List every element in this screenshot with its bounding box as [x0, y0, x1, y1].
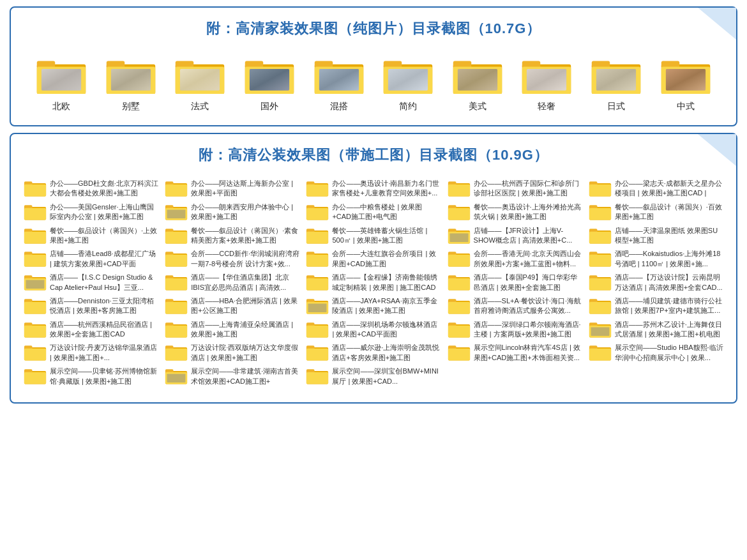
file-folder-icon — [306, 273, 329, 292]
file-text: 餐饮——叙品设计（蒋国兴）·素食精美图方案+效果图+施工图 — [191, 226, 299, 246]
svg-rect-108 — [448, 255, 469, 267]
folder-icon — [382, 56, 434, 97]
file-text: 店铺——【JFR设计】上海V-SHOW概念店 | 高清效果图+C... — [474, 226, 582, 246]
file-item[interactable]: 餐饮——叙品设计（蒋国兴）·上效果图+施工图 — [24, 226, 158, 246]
file-grid: 办公——GBD杜文彪·北京万科滨江大都会售楼处效果图+施工图 办公——阿达达斯上… — [20, 172, 727, 393]
svg-rect-19 — [250, 69, 289, 91]
section1-title: 附：高清家装效果图（纯图片）目录截图（10.7G） — [20, 14, 727, 46]
file-item[interactable]: 酒店——【金程缘】济南鲁能领绣城定制精装 | 效果图 | 施工图CAD — [306, 273, 441, 292]
file-item[interactable]: 会所——香港无间·北京天阅西山会所效果图+方案+施工蓝图+物料... — [448, 249, 582, 269]
file-text: 酒店——JAYA+RSAA·南京五季金陵酒店 | 效果图+施工图 — [332, 296, 441, 316]
file-item[interactable]: 展示空间——非常建筑·湖南吉首美术馆效果图+CAD施工图+ — [165, 367, 299, 386]
folder-label: 中式 — [677, 101, 695, 112]
file-item[interactable]: 酒店——HBA·合肥洲际酒店 | 效果图+公区施工图 — [165, 296, 299, 316]
file-text: 酒店——【万达设计院】云南昆明万达酒店 | 高清效果图+全套CAD... — [615, 273, 723, 292]
svg-rect-64 — [589, 185, 611, 197]
file-item[interactable]: 酒店——【华住酒店集团】北京IBIS宜必思尚品酒店 | 高清效... — [165, 273, 299, 292]
file-folder-icon — [306, 249, 329, 268]
file-text: 酒店——【金程缘】济南鲁能领绣城定制精装 | 效果图 | 施工图CAD — [332, 273, 441, 292]
file-item[interactable]: 会所——大连红旗谷会所项目 | 效果图+CAD施工图 — [306, 249, 441, 269]
file-item[interactable]: 办公——奥迅设计·南昌新力名门世家售楼处+儿童教育空间效果图+... — [306, 179, 441, 199]
file-text: 店铺——天津温泉图纸 效果图SU模型+施工图 — [615, 226, 723, 246]
svg-rect-105 — [306, 255, 328, 267]
folder-item[interactable]: 美式 — [447, 56, 508, 112]
file-item[interactable]: 酒店——深圳机场希尔顿逸林酒店 | 效果图+CAD平面图 — [306, 320, 441, 340]
file-item[interactable]: 餐饮——叙品设计（蒋国兴）·素食精美图方案+效果图+施工图 — [165, 226, 299, 246]
file-item[interactable]: 展示空间Lincoln林肯汽车4S店 | 效果图+CAD施工图+木饰面相关资..… — [448, 343, 582, 363]
svg-rect-29 — [388, 69, 428, 91]
file-folder-icon — [448, 296, 471, 315]
file-item[interactable]: 酒店——威尔逊·上海崇明金茂凯悦酒店+客房效果图+施工图 — [306, 343, 441, 363]
file-item[interactable]: 万达设计院·丹麦万达锦华温泉酒店 | 效果图+施工图+... — [24, 343, 158, 363]
file-item[interactable]: 酒店——杭州西溪精品民宿酒店 | 效果图+全套施工图CAD — [24, 320, 158, 340]
file-text: 餐饮——英雄锋蓄火锅生活馆 | 500㎡ | 效果图+施工图 — [332, 226, 441, 246]
folder-item[interactable]: 日式 — [586, 56, 647, 112]
file-item[interactable]: 会所——CCD新作·华润城润府湾府一期7-8号楼会所 设计方案+效... — [165, 249, 299, 269]
file-item[interactable]: 餐饮——英雄锋蓄火锅生活馆 | 500㎡ | 效果图+施工图 — [306, 226, 441, 246]
folder-label: 美式 — [469, 101, 487, 112]
file-item[interactable]: 展示空间——深圳宝创BMW+MINI展厅 | 效果图+CAD... — [306, 367, 441, 386]
svg-rect-44 — [596, 69, 636, 91]
file-item[interactable]: 办公——杭州西子国际仁和诊所门诊部社区医院 | 效果图+施工图 — [448, 179, 582, 199]
file-item[interactable]: 酒店——【I.S.C Design Studio & Cap Atelier+P… — [24, 273, 158, 292]
file-folder-icon — [306, 343, 329, 362]
file-text: 会所——CCD新作·华润城润府湾府一期7-8号楼会所 设计方案+效... — [191, 249, 299, 269]
file-folder-icon — [24, 367, 47, 386]
folder-item[interactable]: 简约 — [378, 56, 439, 112]
file-item[interactable]: 办公——梁志天·成都新天之星办公楼项目 | 效果图+施工图CAD | — [589, 179, 723, 199]
file-folder-icon — [306, 202, 329, 222]
svg-rect-168 — [306, 349, 328, 361]
folder-label: 日式 — [607, 101, 625, 112]
svg-rect-181 — [167, 374, 186, 383]
folder-label: 别墅 — [122, 101, 140, 112]
file-item[interactable]: 酒店——JAYA+RSAA·南京五季金陵酒店 | 效果图+施工图 — [306, 296, 441, 316]
folder-item[interactable]: 北欧 — [31, 56, 92, 112]
file-item[interactable]: 店铺——香港Lead8·成都星汇广场 | 建筑方案效果图+CAD平面 — [24, 249, 158, 269]
file-item[interactable]: 店铺——【JFR设计】上海V-SHOW概念店 | 高清效果图+C... — [448, 226, 582, 246]
file-item[interactable]: 酒店——SL+A·餐饮设计·海口·海航首府雅诗阁酒店式服务公寓效... — [448, 296, 582, 316]
file-item[interactable]: 万达设计院·西双版纳万达文华度假酒店 | 效果图+施工图 — [165, 343, 299, 363]
file-item[interactable]: 酒店——【万达设计院】云南昆明万达酒店 | 高清效果图+全套CAD... — [589, 273, 723, 292]
file-folder-icon — [165, 320, 188, 339]
folder-icon — [591, 56, 642, 97]
file-folder-icon — [165, 202, 188, 222]
svg-rect-77 — [448, 208, 469, 220]
svg-rect-124 — [448, 278, 469, 291]
folder-icon — [174, 56, 225, 97]
file-item[interactable]: 餐饮——奥迅设计·上海外滩拾光高筑火锅 | 效果图+施工图 — [448, 202, 582, 222]
file-text: 展示空间——Studio HBA馥熙·临沂华润中心招商展示中心 | 效果... — [615, 343, 723, 363]
svg-rect-140 — [448, 302, 469, 314]
folder-item[interactable]: 别墅 — [100, 56, 161, 112]
folder-item[interactable]: 轻奢 — [517, 56, 577, 112]
file-item[interactable]: 办公——中粮售楼处 | 效果图+CAD施工图+电气图 — [306, 202, 441, 222]
folder-item[interactable]: 国外 — [239, 56, 300, 112]
folder-item[interactable]: 混搭 — [308, 56, 369, 112]
file-item[interactable]: 店铺——天津温泉图纸 效果图SU模型+施工图 — [589, 226, 723, 246]
file-item[interactable]: 办公——GBD杜文彪·北京万科滨江大都会售楼处效果图+施工图 — [24, 179, 158, 199]
file-item[interactable]: 酒店——深圳绿口希尔顿南海酒店·主楼 | 方案两版+效果图+施工图 — [448, 320, 582, 340]
file-item[interactable]: 酒店——Denniston·三亚太阳湾栢悦酒店 | 效果图+客房施工图 — [24, 296, 158, 316]
file-item[interactable]: 办公——阿达达斯上海新办公室 | 效果图+平面图 — [165, 179, 299, 199]
folder-item[interactable]: 中式 — [655, 56, 716, 112]
file-item[interactable]: 展示空间——贝聿铭·苏州博物馆新馆·典藏版 | 效果图+施工图 — [24, 367, 158, 386]
file-item[interactable]: 酒店——【泰国P49】海口华彩华邑酒店 | 效果图+全套施工图 — [448, 273, 582, 292]
folder-item[interactable]: 法式 — [170, 56, 230, 112]
file-item[interactable]: 办公——美国Gensler·上海山鹰国际室内办公室 | 效果图+施工图 — [24, 202, 158, 222]
file-text: 办公——杭州西子国际仁和诊所门诊部社区医院 | 效果图+施工图 — [474, 179, 582, 199]
file-folder-icon — [165, 273, 188, 292]
file-folder-icon — [589, 343, 612, 362]
file-item[interactable]: 酒店——埔贝建筑·建德市骑行公社旅馆 | 效果图7P+室内+建筑施工... — [589, 296, 723, 316]
file-folder-icon — [24, 179, 47, 198]
file-text: 酒店——【泰国P49】海口华彩华邑酒店 | 效果图+全套施工图 — [474, 273, 582, 292]
svg-rect-115 — [26, 280, 45, 289]
svg-rect-49 — [666, 69, 706, 91]
file-item[interactable]: 酒店——苏州木乙设计·上海舞伎日式居酒屋 | 效果图+施工图+机电图 — [589, 320, 723, 340]
file-item[interactable]: 展示空间——Studio HBA馥熙·临沂华润中心招商展示中心 | 效果... — [589, 343, 723, 363]
file-item[interactable]: 酒吧——Kokaistudios·上海外滩18号酒吧 | 1100㎡ | 效果图… — [589, 249, 723, 269]
file-folder-icon — [306, 179, 329, 198]
file-item[interactable]: 办公——朗来西安用户体验中心 | 效果图+施工图 — [165, 202, 299, 222]
file-item[interactable]: 酒店——上海青浦亚朵经属酒店 | 效果图+施工图 — [165, 320, 299, 340]
file-folder-icon — [589, 226, 612, 245]
file-item[interactable]: 餐饮——叙品设计（蒋国兴）·百效果图+施工图 — [589, 202, 723, 222]
file-folder-icon — [24, 343, 47, 362]
